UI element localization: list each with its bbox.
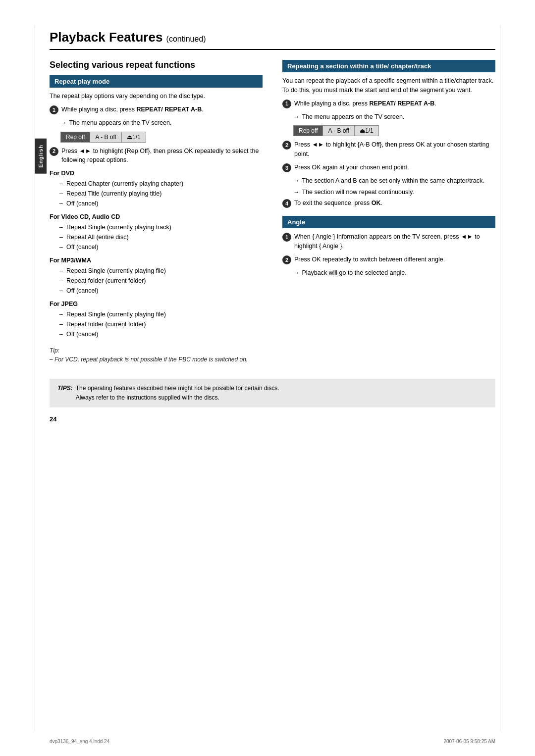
- list-item: Repeat folder (current folder): [59, 319, 263, 329]
- right-menu-display-bar: Rep off A - B off ⏏1/1: [293, 125, 379, 136]
- right-step-4: 4 To exit the sequence, press OK.: [282, 199, 495, 208]
- right-menu-item-disc: ⏏1/1: [355, 126, 378, 136]
- step-1-content: While playing a disc, press REPEAT/ REPE…: [61, 105, 263, 114]
- right-step-2-content: Press ◄► to highlight {A-B Off}, then pr…: [294, 140, 495, 159]
- left-section-heading: Selecting various repeat functions: [50, 60, 263, 70]
- angle-step-2-number: 2: [282, 255, 291, 264]
- step-1-number: 1: [50, 105, 58, 114]
- right-step-2: 2 Press ◄► to highlight {A-B Off}, then …: [282, 140, 495, 159]
- tips-bottom-bar: TIPS: The operating features described h…: [50, 379, 495, 407]
- right-step-1-content: While playing a disc, press REPEAT/ REPE…: [294, 99, 495, 108]
- right-step3-arrow1: → The section A and B can be set only wi…: [293, 176, 495, 186]
- list-item: Repeat Single (currently playing file): [59, 266, 263, 276]
- right-step-4-number: 4: [282, 199, 291, 208]
- page: English Playback Features (continued) Se…: [0, 0, 535, 756]
- repeating-section-bar: Repeating a section within a title/ chap…: [282, 60, 495, 72]
- left-step-1: 1 While playing a disc, press REPEAT/ RE…: [50, 105, 263, 114]
- jpeg-heading: For JPEG: [50, 301, 263, 307]
- right-step-2-number: 2: [282, 141, 291, 150]
- list-item: Repeat folder (current folder): [59, 276, 263, 286]
- right-step3-arrow2: → The section will now repeat continuous…: [293, 188, 495, 197]
- repeat-play-mode-bar: Repeat play mode: [50, 75, 263, 88]
- right-step-1: 1 While playing a disc, press REPEAT/ RE…: [282, 99, 495, 108]
- list-item: Off (cancel): [59, 242, 263, 252]
- tip-text: – For VCD, repeat playback is not possib…: [50, 356, 248, 363]
- angle-step-1-number: 1: [282, 233, 291, 242]
- dvd-bullet-list: Repeat Chapter (currently playing chapte…: [59, 179, 263, 208]
- border-left: [35, 25, 35, 731]
- right-menu-item-rep-off: Rep off: [294, 126, 323, 136]
- dvd-heading: For DVD: [50, 170, 263, 177]
- mp3-bullet-list: Repeat Single (currently playing file) R…: [59, 266, 263, 296]
- vcd-bullet-list: Repeat Single (currently playing track) …: [59, 222, 263, 252]
- mp3-heading: For MP3/WMA: [50, 257, 263, 264]
- menu-item-rep-off: Rep off: [61, 132, 90, 142]
- tip-label: Tip:: [50, 347, 59, 354]
- right-step1-arrow: → The menu appears on the TV screen.: [293, 112, 495, 122]
- list-item: Off (cancel): [59, 329, 263, 339]
- jpeg-bullet-list: Repeat Single (currently playing file) R…: [59, 309, 263, 339]
- tips-text: The operating features described here mi…: [76, 384, 279, 403]
- repeating-intro-text: You can repeat the playback of a specifi…: [282, 76, 495, 95]
- footer-right: 2007-06-05 9:58:25 AM: [443, 739, 495, 744]
- tips-label: TIPS:: [57, 384, 73, 393]
- list-item: Off (cancel): [59, 199, 263, 208]
- right-menu-item-ab-off: A - B off: [323, 126, 354, 136]
- angle-step-1-content: When { Angle } information appears on th…: [294, 232, 495, 251]
- list-item: Repeat Chapter (currently playing chapte…: [59, 179, 263, 189]
- list-item: Repeat Title (currently playing title): [59, 189, 263, 199]
- right-step-3: 3 Press OK again at your chosen end poin…: [282, 163, 495, 172]
- left-column: Selecting various repeat functions Repea…: [50, 60, 263, 364]
- page-number: 24: [50, 415, 495, 423]
- angle-step-2: 2 Press OK repeatedly to switch between …: [282, 255, 495, 264]
- footer: dvp3136_94_eng 4.indd 24 2007-06-05 9:58…: [50, 739, 495, 744]
- page-title: Playback Features (continued): [50, 30, 495, 50]
- list-item: Repeat All (entire disc): [59, 232, 263, 242]
- right-step-3-number: 3: [282, 163, 291, 172]
- step-2-number: 2: [50, 147, 58, 156]
- right-step-4-content: To exit the sequence, press OK.: [294, 199, 495, 208]
- step-2-content: Press ◄► to highlight {Rep Off}, then pr…: [61, 147, 263, 165]
- list-item: Off (cancel): [59, 286, 263, 296]
- angle-bar: Angle: [282, 216, 495, 228]
- tip-section: Tip: – For VCD, repeat playback is not p…: [50, 346, 263, 364]
- repeat-intro-text: The repeat play options vary depending o…: [50, 92, 263, 101]
- two-column-layout: Selecting various repeat functions Repea…: [50, 60, 495, 364]
- border-right: [500, 25, 500, 731]
- angle-step2-arrow: → Playback will go to the selected angle…: [293, 268, 495, 278]
- menu-display-bar: Rep off A - B off ⏏1/1: [60, 132, 146, 143]
- right-step-3-content: Press OK again at your chosen end point.: [294, 163, 495, 172]
- footer-left: dvp3136_94_eng 4.indd 24: [50, 739, 109, 744]
- step1-arrow: → The menu appears on the TV screen.: [60, 118, 263, 128]
- angle-step-2-content: Press OK repeatedly to switch between di…: [294, 255, 495, 264]
- right-column: Repeating a section within a title/ chap…: [282, 60, 495, 364]
- menu-item-ab-off: A - B off: [90, 132, 121, 142]
- vcd-heading: For Video CD, Audio CD: [50, 213, 263, 220]
- list-item: Repeat Single (currently playing file): [59, 309, 263, 319]
- list-item: Repeat Single (currently playing track): [59, 222, 263, 232]
- left-step-2: 2 Press ◄► to highlight {Rep Off}, then …: [50, 147, 263, 165]
- language-tab: English: [35, 139, 47, 174]
- right-step-1-number: 1: [282, 100, 291, 108]
- menu-item-disc: ⏏1/1: [122, 132, 146, 142]
- angle-step-1: 1 When { Angle } information appears on …: [282, 232, 495, 251]
